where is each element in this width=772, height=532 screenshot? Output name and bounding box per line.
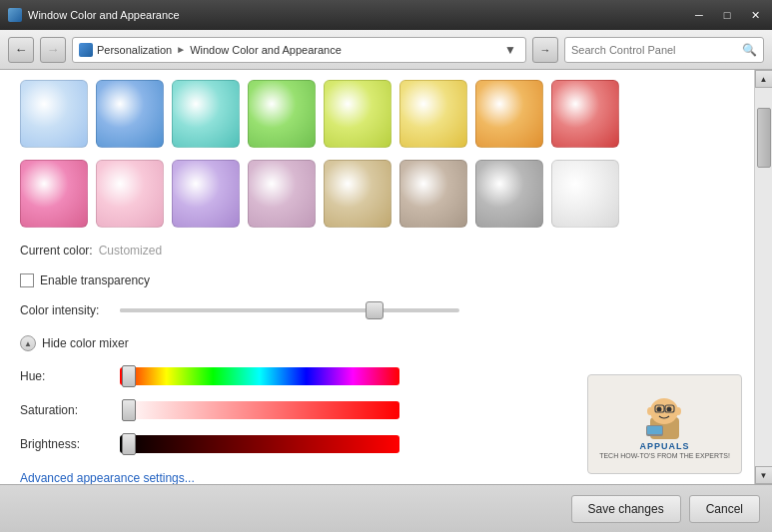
color-swatch-gray-cool[interactable] — [475, 160, 543, 228]
search-input[interactable] — [571, 44, 738, 56]
color-swatch-mauve[interactable] — [248, 160, 316, 228]
back-button[interactable]: ← — [8, 37, 34, 63]
window-icon — [8, 8, 22, 22]
forward-button[interactable]: → — [40, 37, 66, 63]
breadcrumb-bar: Personalization ► Window Color and Appea… — [72, 37, 526, 63]
saturation-row: Saturation: — [20, 401, 734, 419]
color-intensity-thumb[interactable] — [366, 301, 384, 319]
minimize-button[interactable]: ─ — [686, 4, 712, 26]
hue-label: Hue: — [20, 369, 110, 383]
color-swatch-blue-light[interactable] — [20, 80, 88, 148]
enable-transparency-checkbox[interactable] — [20, 273, 34, 287]
title-bar-controls: ─ □ ✕ — [686, 4, 768, 26]
advanced-appearance-link[interactable]: Advanced appearance settings... — [20, 471, 734, 484]
scrollbar-track — [755, 88, 772, 466]
scrollbar: ▲ ▼ — [754, 70, 772, 484]
breadcrumb-current: Window Color and Appearance — [190, 44, 342, 56]
breadcrumb-dropdown-button[interactable]: ▼ — [501, 41, 519, 59]
color-intensity-track — [120, 308, 459, 312]
color-swatch-purple-light[interactable] — [172, 160, 240, 228]
color-intensity-label: Color intensity: — [20, 303, 110, 317]
cancel-button[interactable]: Cancel — [689, 495, 760, 523]
color-swatch-yellow-green[interactable] — [324, 80, 391, 148]
breadcrumb-root[interactable]: Personalization — [97, 44, 172, 56]
search-box: 🔍 — [564, 37, 764, 63]
content-wrapper: Current color: Customized Enable transpa… — [0, 70, 772, 484]
brightness-row: Brightness: — [20, 435, 734, 453]
nav-bar: ← → Personalization ► Window Color and A… — [0, 30, 772, 70]
breadcrumb-separator: ► — [176, 44, 186, 55]
title-bar-title: Window Color and Appearance — [28, 9, 180, 21]
save-changes-button[interactable]: Save changes — [571, 495, 681, 523]
color-swatch-gray-warm[interactable] — [399, 160, 467, 228]
brightness-track — [120, 435, 399, 453]
color-swatch-blue-med[interactable] — [96, 80, 164, 148]
refresh-button[interactable]: → — [532, 37, 558, 63]
hide-color-mixer-header[interactable]: ▲ Hide color mixer — [20, 335, 734, 351]
color-row-1 — [20, 80, 734, 148]
color-swatch-red[interactable] — [551, 80, 619, 148]
title-bar-left: Window Color and Appearance — [8, 8, 180, 22]
saturation-label: Saturation: — [20, 403, 110, 417]
current-color-label: Current color: — [20, 244, 93, 258]
content-panel: Current color: Customized Enable transpa… — [0, 70, 754, 484]
brightness-thumb[interactable] — [122, 433, 136, 455]
scrollbar-down-button[interactable]: ▼ — [755, 466, 773, 484]
current-color-value: Customized — [99, 244, 162, 258]
enable-transparency-row: Enable transparency — [20, 273, 734, 287]
scrollbar-thumb[interactable] — [757, 108, 771, 168]
hue-row: Hue: — [20, 367, 734, 385]
hide-color-mixer-label: Hide color mixer — [42, 336, 129, 350]
breadcrumb-icon — [79, 43, 93, 57]
color-swatch-orange[interactable] — [475, 80, 543, 148]
color-swatch-lavender-light[interactable] — [96, 160, 164, 228]
maximize-button[interactable]: □ — [714, 4, 740, 26]
enable-transparency-label: Enable transparency — [40, 273, 150, 287]
color-row-2 — [20, 160, 734, 228]
search-icon[interactable]: 🔍 — [742, 43, 757, 57]
scrollbar-up-button[interactable]: ▲ — [755, 70, 773, 88]
color-intensity-row: Color intensity: — [20, 303, 734, 317]
title-bar: Window Color and Appearance ─ □ ✕ — [0, 0, 772, 30]
hue-thumb[interactable] — [122, 365, 136, 387]
brightness-label: Brightness: — [20, 437, 110, 451]
close-button[interactable]: ✕ — [742, 4, 768, 26]
color-swatch-tan[interactable] — [324, 160, 391, 228]
color-swatch-white[interactable] — [551, 160, 619, 228]
saturation-track — [120, 401, 399, 419]
current-color-row: Current color: Customized — [20, 244, 734, 258]
hue-track — [120, 367, 399, 385]
color-swatch-pink[interactable] — [20, 160, 88, 228]
collapse-icon: ▲ — [20, 335, 36, 351]
footer-bar: Save changes Cancel — [0, 484, 772, 532]
color-swatch-teal[interactable] — [172, 80, 240, 148]
color-swatch-green[interactable] — [248, 80, 316, 148]
color-swatch-yellow[interactable] — [399, 80, 467, 148]
saturation-thumb[interactable] — [122, 399, 136, 421]
